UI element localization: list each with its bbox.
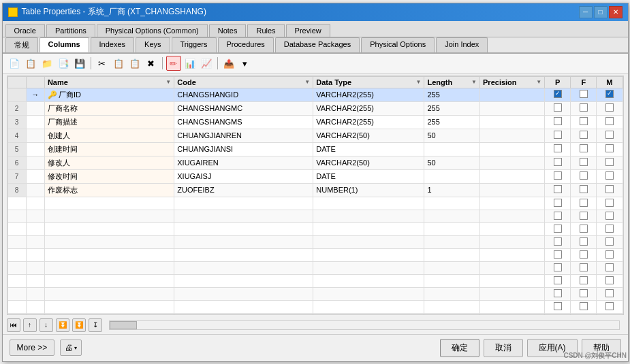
col-m-checkbox[interactable] [597, 142, 623, 156]
checkbox-unchecked-icon[interactable] [554, 302, 562, 310]
close-button[interactable]: ✕ [609, 6, 623, 18]
col-precision[interactable] [480, 129, 545, 142]
col-p-checkbox[interactable] [545, 115, 571, 129]
tab-indexes[interactable]: Indexes [91, 37, 135, 52]
col-datatype[interactable]: NUMBER(1) [313, 183, 424, 197]
tab-oracle[interactable]: Oracle [5, 24, 45, 37]
checkbox-unchecked-icon[interactable] [605, 103, 614, 112]
col-name[interactable]: 🔑厂商ID [44, 88, 174, 101]
col-m-checkbox[interactable] [597, 183, 623, 197]
checkbox-unchecked-icon[interactable] [580, 289, 588, 297]
toolbar-chart1-button[interactable]: 📊 [183, 56, 198, 71]
table-row[interactable]: 2厂商名称CHANGSHANGMCVARCHAR2(255)255 [7, 101, 623, 115]
col-p-checkbox[interactable] [545, 183, 571, 197]
checkbox-unchecked-icon[interactable] [554, 237, 562, 246]
col-length[interactable]: 255 [424, 101, 480, 115]
col-f-checkbox[interactable] [571, 101, 597, 115]
col-name[interactable]: 作废标志 [44, 183, 174, 197]
checkbox-unchecked-icon[interactable] [580, 158, 588, 166]
checkbox-unchecked-icon[interactable] [605, 302, 614, 310]
cancel-button[interactable]: 取消 [484, 339, 523, 357]
checkbox-unchecked-icon[interactable] [580, 90, 588, 98]
checkbox-unchecked-icon[interactable] [554, 171, 562, 180]
toolbar-paste-button[interactable]: 📁 [40, 56, 54, 71]
col-p-checkbox[interactable] [545, 156, 571, 169]
tab-preview[interactable]: Preview [286, 24, 330, 37]
col-m-checkbox[interactable] [597, 88, 623, 101]
ok-button[interactable]: 确定 [440, 339, 479, 357]
col-length[interactable]: 50 [424, 129, 480, 142]
col-length[interactable]: 50 [424, 156, 480, 169]
tab-changgui[interactable]: 常规 [5, 37, 38, 52]
col-m-checkbox[interactable] [597, 169, 623, 183]
toolbar-save-button[interactable]: 💾 [72, 56, 87, 71]
col-header-p[interactable]: P [545, 76, 571, 88]
col-p-checkbox[interactable] [545, 88, 571, 101]
nav-down3-button[interactable]: ⏬ [72, 318, 86, 332]
table-row[interactable]: 5创建时间CHUANGJIANSIDATE [7, 142, 623, 156]
col-precision[interactable] [480, 115, 545, 129]
checkbox-unchecked-icon[interactable] [580, 185, 588, 193]
tab-physical-options[interactable]: Physical Options [361, 37, 435, 52]
checkbox-unchecked-icon[interactable] [605, 263, 614, 271]
toolbar-delete-button[interactable]: ✖ [144, 56, 159, 71]
col-m-checkbox[interactable] [597, 115, 623, 129]
col-precision[interactable] [480, 101, 545, 115]
col-p-checkbox[interactable] [545, 101, 571, 115]
tab-database-packages[interactable]: Database Packages [275, 37, 360, 52]
checkbox-unchecked-icon[interactable] [580, 225, 588, 233]
checkbox-checked-icon[interactable] [605, 90, 614, 98]
table-row[interactable]: 3厂商描述CHANGSHANGMSVARCHAR2(255)255 [7, 115, 623, 129]
col-precision[interactable] [480, 169, 545, 183]
checkbox-unchecked-icon[interactable] [554, 250, 562, 259]
col-length[interactable]: 255 [424, 88, 480, 101]
col-datatype[interactable]: VARCHAR2(255) [313, 88, 424, 101]
toolbar-dup-button[interactable]: 📑 [56, 56, 71, 71]
checkbox-unchecked-icon[interactable] [605, 199, 614, 207]
checkbox-unchecked-icon[interactable] [580, 103, 588, 112]
checkbox-unchecked-icon[interactable] [605, 289, 614, 297]
checkbox-unchecked-icon[interactable] [554, 263, 562, 271]
col-p-checkbox[interactable] [545, 169, 571, 183]
table-row[interactable]: 6修改人XIUGAIRENVARCHAR2(50)50 [7, 156, 623, 169]
toolbar-paste2-button[interactable]: 📋 [127, 56, 142, 71]
checkbox-unchecked-icon[interactable] [605, 158, 614, 166]
tab-procedures[interactable]: Procedures [218, 37, 274, 52]
col-p-checkbox[interactable] [545, 129, 571, 142]
columns-table-container[interactable]: Name▼ Code▼ Data Type▼ Length▼ Precision… [7, 76, 624, 315]
col-precision[interactable] [480, 183, 545, 197]
tab-notes[interactable]: Notes [209, 24, 247, 37]
nav-down-button[interactable]: ↓ [40, 318, 53, 332]
col-f-checkbox[interactable] [571, 129, 597, 142]
checkbox-unchecked-icon[interactable] [554, 212, 562, 220]
checkbox-unchecked-icon[interactable] [580, 250, 588, 259]
col-f-checkbox[interactable] [571, 88, 597, 101]
checkbox-unchecked-icon[interactable] [554, 131, 562, 139]
col-datatype[interactable]: DATE [313, 142, 424, 156]
nav-up-button[interactable]: ↑ [23, 318, 37, 332]
tab-keys[interactable]: Keys [136, 37, 170, 52]
col-length[interactable] [424, 142, 480, 156]
tab-triggers[interactable]: Triggers [172, 37, 217, 52]
checkbox-unchecked-icon[interactable] [580, 131, 588, 139]
checkbox-unchecked-icon[interactable] [554, 289, 562, 297]
col-datatype[interactable]: DATE [313, 169, 424, 183]
col-f-checkbox[interactable] [571, 169, 597, 183]
table-row[interactable]: 8作废标志ZUOFEIBZNUMBER(1)1 [7, 183, 623, 197]
col-datatype[interactable]: VARCHAR2(50) [313, 156, 424, 169]
col-code[interactable]: XIUGAIREN [174, 156, 313, 169]
more-button[interactable]: More >> [10, 340, 55, 356]
toolbar-chart2-button[interactable]: 📈 [199, 56, 214, 71]
col-f-checkbox[interactable] [571, 156, 597, 169]
col-datatype[interactable]: VARCHAR2(255) [313, 101, 424, 115]
checkbox-unchecked-icon[interactable] [554, 103, 562, 112]
col-name[interactable]: 修改时间 [44, 169, 174, 183]
col-m-checkbox[interactable] [597, 129, 623, 142]
table-row[interactable]: 7修改时间XIUGAISJDATE [7, 169, 623, 183]
col-f-checkbox[interactable] [571, 115, 597, 129]
checkbox-unchecked-icon[interactable] [605, 276, 614, 284]
checkbox-checked-icon[interactable] [554, 90, 562, 98]
toolbar-export-button[interactable]: 📤 [221, 56, 236, 71]
col-header-length[interactable]: Length▼ [424, 76, 480, 88]
col-m-checkbox[interactable] [597, 101, 623, 115]
